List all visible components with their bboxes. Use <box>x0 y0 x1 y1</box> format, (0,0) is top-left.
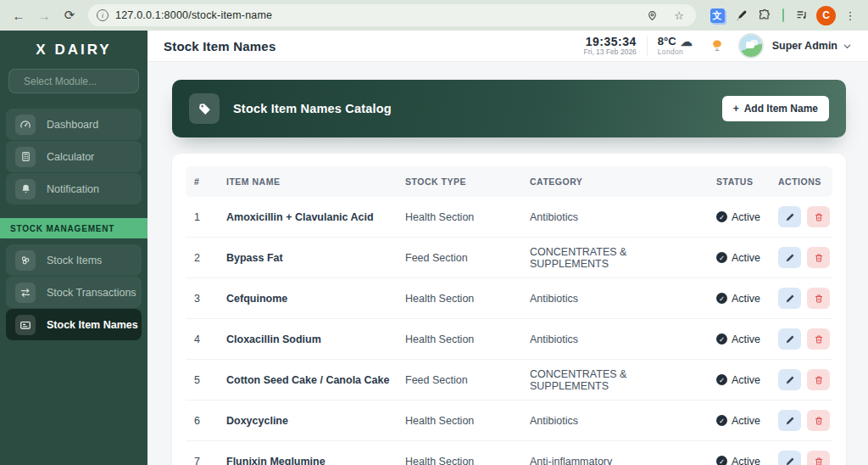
delete-button[interactable] <box>807 288 830 309</box>
gauge-icon <box>15 115 36 135</box>
check-icon: ✓ <box>716 415 727 426</box>
name-card-icon <box>15 315 36 335</box>
browser-reload-button[interactable]: ⟳ <box>59 5 80 25</box>
translate-icon[interactable]: 文 <box>708 6 726 25</box>
clock-date: Fri, 13 Feb 2026 <box>583 48 636 57</box>
status-badge: ✓Active <box>716 415 778 427</box>
page-title: Stock Item Names <box>164 39 275 53</box>
category: Antibiotics <box>530 415 716 427</box>
col-number: # <box>194 176 226 187</box>
table-row: 3 Cefquinome Health Section Antibiotics … <box>186 278 832 319</box>
edit-button[interactable] <box>778 410 801 431</box>
chevron-down-icon[interactable] <box>843 42 852 51</box>
status-label: Active <box>732 456 760 465</box>
site-info-icon[interactable]: i <box>97 9 108 21</box>
delete-button[interactable] <box>807 451 830 465</box>
browser-profile-avatar[interactable]: C <box>816 6 836 25</box>
location-pin-icon[interactable] <box>647 10 664 21</box>
check-icon: ✓ <box>716 456 727 465</box>
stock-type: Health Section <box>405 415 530 427</box>
delete-button[interactable] <box>807 410 830 431</box>
browser-menu-icon[interactable]: ⋮ <box>841 6 860 25</box>
tag-icon <box>189 93 220 124</box>
stock-item-names-table: # ITEM NAME STOCK TYPE CATEGORY STATUS A… <box>172 154 846 465</box>
url-text[interactable]: 127.0.0.1:8000/stock-item-name <box>115 9 640 21</box>
item-name: Amoxicillin + Clavulanic Acid <box>226 211 405 223</box>
extensions-puzzle-icon[interactable] <box>755 6 774 25</box>
browser-chrome: ← → ⟳ i 127.0.0.1:8000/stock-item-name ☆… <box>0 0 868 31</box>
browser-forward-button[interactable]: → <box>34 5 54 25</box>
row-number: 2 <box>194 252 226 264</box>
check-icon: ✓ <box>716 293 727 304</box>
status-badge: ✓Active <box>716 333 778 345</box>
browser-back-button[interactable]: ← <box>8 5 29 25</box>
status-label: Active <box>732 211 760 223</box>
sidebar-item-stock-item-names[interactable]: Stock Item Names <box>6 309 142 340</box>
item-name: Doxycycline <box>226 415 405 427</box>
add-item-name-label: Add Item Name <box>744 103 818 115</box>
sidebar-item-calculator[interactable]: Calculator <box>6 141 142 172</box>
table-row: 6 Doxycycline Health Section Antibiotics… <box>186 401 832 441</box>
sidebar-item-dashboard[interactable]: Dashboard <box>6 109 142 140</box>
module-select[interactable]: Select Module... <box>8 69 139 93</box>
delete-button[interactable] <box>807 247 830 268</box>
col-stock-type: STOCK TYPE <box>405 176 530 187</box>
edit-button[interactable] <box>778 451 801 465</box>
sidebar-item-stock-items[interactable]: Stock Items <box>6 244 142 276</box>
extension-separator <box>782 8 784 22</box>
row-number: 5 <box>194 374 226 386</box>
table-row: 7 Flunixin Meglumine Health Section Anti… <box>186 441 832 465</box>
status-label: Active <box>732 333 760 345</box>
row-number: 4 <box>194 333 226 345</box>
sidebar-item-label: Notification <box>47 183 99 195</box>
delete-button[interactable] <box>807 328 830 350</box>
edit-button[interactable] <box>778 247 801 268</box>
edit-button[interactable] <box>778 206 801 227</box>
category: Anti-inflammatory <box>530 456 716 465</box>
app-logo: X DAIRY <box>0 31 147 66</box>
item-name: Flunixin Meglumine <box>226 456 405 465</box>
reading-list-icon[interactable] <box>793 6 811 25</box>
table-row: 4 Cloxacillin Sodium Health Section Anti… <box>186 319 832 360</box>
category: CONCENTRATES & SUPPLEMENTS <box>530 368 716 392</box>
category: Antibiotics <box>530 211 716 223</box>
item-name: Cefquinome <box>226 293 405 305</box>
stock-type: Feed Section <box>405 374 530 386</box>
user-menu[interactable]: Super Admin <box>772 40 837 52</box>
status-badge: ✓Active <box>716 293 778 305</box>
pen-tool-icon[interactable] <box>732 6 750 25</box>
col-status: STATUS <box>716 176 778 187</box>
delete-button[interactable] <box>807 206 830 227</box>
table-row: 5 Cotton Seed Cake / Canola Cake Feed Se… <box>186 360 832 401</box>
edit-button[interactable] <box>778 288 801 309</box>
add-item-name-button[interactable]: + Add Item Name <box>722 96 829 121</box>
weather-temp: 8°C <box>658 36 676 48</box>
sidebar-item-stock-transactions[interactable]: Stock Transactions <box>6 277 142 308</box>
delete-button[interactable] <box>807 369 830 390</box>
clock-time: 19:35:34 <box>583 35 636 48</box>
weather-city: London <box>658 48 693 57</box>
item-name: Cotton Seed Cake / Canola Cake <box>226 374 405 386</box>
stock-type: Health Section <box>405 456 530 465</box>
category: CONCENTRATES & SUPPLEMENTS <box>530 246 716 270</box>
sidebar-section-stock-management: STOCK MANAGEMENT <box>0 218 147 238</box>
top-header: Stock Item Names 19:35:34 Fri, 13 Feb 20… <box>147 31 868 62</box>
calculator-icon <box>15 147 36 167</box>
user-avatar[interactable] <box>738 33 764 59</box>
row-number: 7 <box>194 456 226 465</box>
stock-boxes-icon <box>15 250 36 271</box>
sidebar-item-label: Stock Item Names <box>47 319 138 331</box>
sidebar-item-label: Stock Transactions <box>47 287 136 299</box>
plus-icon: + <box>733 103 739 115</box>
edit-button[interactable] <box>778 369 801 390</box>
notification-bell-icon[interactable] <box>709 38 725 53</box>
catalog-header-card: Stock Item Names Catalog + Add Item Name <box>172 80 846 137</box>
address-bar[interactable]: i 127.0.0.1:8000/stock-item-name ☆ <box>88 4 696 26</box>
weather-widget: 8°C ☁ London <box>658 35 693 57</box>
bookmark-star-icon[interactable]: ☆ <box>670 9 687 22</box>
edit-button[interactable] <box>778 328 801 350</box>
sidebar-item-notification[interactable]: Notification <box>6 173 142 204</box>
col-item-name: ITEM NAME <box>226 176 405 187</box>
transfer-arrows-icon <box>15 283 36 303</box>
row-number: 1 <box>194 211 226 223</box>
